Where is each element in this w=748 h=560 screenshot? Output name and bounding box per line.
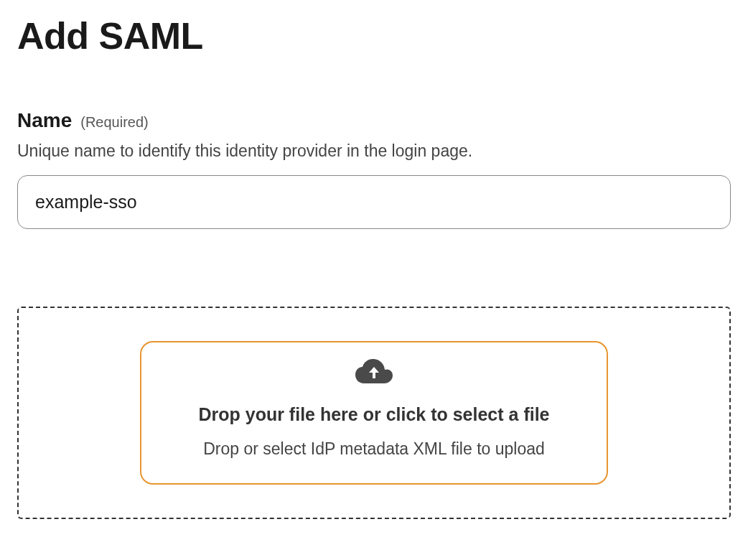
cloud-upload-icon [355, 357, 393, 388]
name-label: Name [17, 109, 72, 132]
dropzone-subtitle: Drop or select IdP metadata XML file to … [203, 439, 545, 459]
page-title: Add SAML [17, 14, 731, 57]
name-input[interactable] [17, 175, 731, 229]
file-dropzone[interactable]: Drop your file here or click to select a… [17, 307, 731, 519]
name-required-indicator: (Required) [80, 114, 148, 131]
name-field-group: Name (Required) Unique name to identify … [17, 109, 731, 229]
dropzone-title: Drop your file here or click to select a… [198, 404, 549, 425]
name-label-row: Name (Required) [17, 109, 731, 132]
name-help-text: Unique name to identify this identity pr… [17, 139, 731, 162]
file-dropzone-inner[interactable]: Drop your file here or click to select a… [140, 341, 608, 485]
